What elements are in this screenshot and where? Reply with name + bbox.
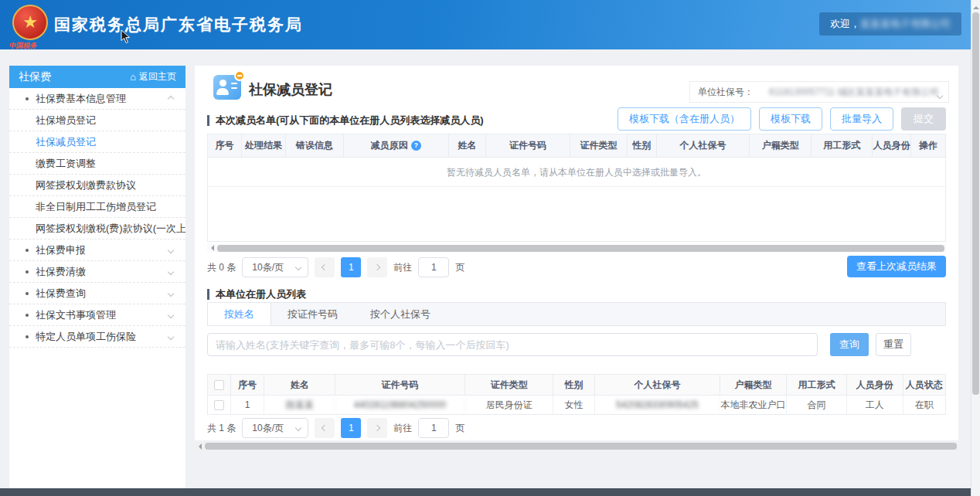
chevron-up-icon xyxy=(168,96,174,102)
page-size-select[interactable]: 10条/页 xyxy=(242,418,308,438)
select-all-checkbox[interactable] xyxy=(214,380,224,390)
sidebar-menu-item[interactable]: 缴费工资调整 xyxy=(9,153,185,175)
batch-import-button[interactable]: 批量导入 xyxy=(830,107,893,131)
footer-strip xyxy=(0,488,971,496)
sidebar-group-item[interactable]: 社保文书事项管理 xyxy=(9,304,185,326)
name-search-input[interactable] xyxy=(207,333,818,356)
sidebar-group-item[interactable]: 社保费基本信息管理 xyxy=(9,88,185,110)
sidebar-menu-item[interactable]: 社保减员登记 xyxy=(9,131,185,153)
page-vertical-scrollbar[interactable] xyxy=(971,0,980,496)
sidebar-menu-item[interactable]: 网签授权划缴税(费)款协议(一次上门) xyxy=(9,218,185,240)
page-size-select[interactable]: 10条/页 xyxy=(242,257,308,277)
column-header-label: 证件类型 xyxy=(580,140,618,151)
table-cell: 在职 xyxy=(903,396,945,414)
sidebar-header: 社保费 ⌂ 返回主页 xyxy=(9,66,185,88)
scroll-up-arrow-icon[interactable] xyxy=(973,3,979,9)
minus-badge-icon xyxy=(234,70,245,81)
column-header: 户籍类型 xyxy=(720,375,787,395)
tab-by-id-number[interactable]: 按证件号码 xyxy=(271,303,354,325)
view-last-results-button[interactable]: 查看上次减员结果 xyxy=(847,256,946,277)
sidebar-menu-item[interactable]: 网签授权划缴费款协议 xyxy=(9,175,185,196)
scrollbar-thumb[interactable] xyxy=(217,245,944,252)
template-download-with-staff-button[interactable]: 模板下载（含在册人员） xyxy=(618,107,751,131)
column-header: 错误信息 xyxy=(286,134,343,157)
sidebar-menu-item[interactable]: 非全日制用工工伤增员登记 xyxy=(9,196,185,218)
app-title: 国家税务总局广东省电子税务局 xyxy=(54,14,303,36)
column-header-label: 个人社保号 xyxy=(680,140,726,151)
back-home-link[interactable]: ⌂ 返回主页 xyxy=(130,70,176,83)
person-card-icon xyxy=(213,75,241,100)
scrollbar-thumb[interactable] xyxy=(972,12,979,395)
welcome-prefix: 欢迎， xyxy=(830,18,860,29)
page-unit-label: 页 xyxy=(455,422,464,435)
column-header: 证件类型 xyxy=(570,134,627,157)
reduction-list-table: 序号处理结果错误信息减员原因?姓名证件号码证件类型性别个人社保号户籍类型用工形式… xyxy=(207,134,946,242)
goto-page-input[interactable] xyxy=(418,257,449,277)
row-checkbox[interactable] xyxy=(214,400,224,410)
sidebar-item-label: 网签授权划缴费款协议 xyxy=(36,179,136,191)
table-cell: 本地非农业户口 xyxy=(720,396,787,414)
column-header-label: 用工形式 xyxy=(823,140,860,151)
submit-button[interactable]: 提交 xyxy=(901,107,946,131)
next-page-button[interactable] xyxy=(367,418,387,438)
page-horizontal-scrollbar[interactable] xyxy=(195,442,958,450)
column-header: 减员原因? xyxy=(344,134,449,157)
staff-table-header-row: 序号姓名证件号码证件类型性别个人社保号户籍类型用工形式人员身份人员状态 xyxy=(208,375,945,396)
table-cell: 陈某某 xyxy=(264,396,335,414)
column-header: 性别 xyxy=(553,375,594,395)
table-cell: 女性 xyxy=(553,396,594,414)
sidebar-group-item[interactable]: 社保费清缴 xyxy=(9,261,185,283)
back-home-label: 返回主页 xyxy=(139,70,176,83)
current-page-button[interactable]: 1 xyxy=(341,418,361,438)
section2-title: 本单位在册人员列表 xyxy=(207,289,306,300)
help-icon[interactable]: ? xyxy=(411,141,421,151)
column-header: 操作 xyxy=(911,134,945,157)
sidebar-item-label: 网签授权划缴税(费)款协议(一次上门) xyxy=(36,223,185,234)
bullet-icon xyxy=(26,335,29,338)
scroll-left-arrow-icon[interactable] xyxy=(196,443,202,450)
chevron-right-icon xyxy=(374,264,380,270)
bullet-icon xyxy=(26,249,29,252)
registered-staff-table: 序号姓名证件号码证件类型性别个人社保号户籍类型用工形式人员身份人员状态 1陈某某… xyxy=(207,374,946,415)
app-header: ★ 中国税务 国家税务总局广东省电子税务局 欢迎，某某某电子有限公司 xyxy=(0,0,971,49)
template-download-button[interactable]: 模板下载 xyxy=(759,107,822,131)
current-page-button[interactable]: 1 xyxy=(341,257,361,277)
column-header: 证件类型 xyxy=(465,375,553,395)
staff-table-pagination: 共 1 条10条/页1前往页 xyxy=(207,418,464,438)
table1-horizontal-scrollbar[interactable] xyxy=(207,244,946,252)
query-button[interactable]: 查询 xyxy=(830,333,869,356)
sidebar-menu-item[interactable]: 社保增员登记 xyxy=(9,110,185,131)
next-page-button[interactable] xyxy=(367,257,387,277)
tab-by-name[interactable]: 按姓名 xyxy=(208,303,271,325)
page-size-value: 10条/页 xyxy=(252,423,284,433)
welcome-user-chip[interactable]: 欢迎，某某某电子有限公司 xyxy=(819,12,961,36)
unit-ssn-value: 6118130057711 城区某某某电子有限公司 xyxy=(761,86,948,99)
prev-page-button[interactable] xyxy=(315,418,335,438)
sidebar-group-item[interactable]: 特定人员单项工伤保险 xyxy=(9,326,185,348)
sidebar-group-item[interactable]: 社保费查询 xyxy=(9,283,185,304)
select-all-cell xyxy=(208,375,231,395)
prev-page-button[interactable] xyxy=(315,257,335,277)
goto-page-input[interactable] xyxy=(418,418,449,438)
column-header-label: 处理结果 xyxy=(245,140,282,151)
table-cell: 5420828330905425 xyxy=(595,396,720,414)
column-header-label: 证件类型 xyxy=(491,379,528,390)
page: ★ 中国税务 国家税务总局广东省电子税务局 欢迎，某某某电子有限公司 社保费 ⌂… xyxy=(0,0,980,496)
main-content: 社保减员登记 单位社保号： 6118130057711 城区某某某电子有限公司 … xyxy=(195,66,958,440)
chevron-down-icon xyxy=(168,290,174,297)
table-cell: 居民身份证 xyxy=(465,396,553,414)
tab-by-personal-ssn[interactable]: 按个人社保号 xyxy=(354,303,447,325)
column-header: 序号 xyxy=(231,375,265,395)
column-header-label: 人员状态 xyxy=(906,379,943,390)
chevron-down-icon xyxy=(168,334,174,340)
scroll-left-arrow-icon[interactable] xyxy=(208,245,214,251)
unit-ssn-select[interactable]: 单位社保号： 6118130057711 城区某某某电子有限公司 xyxy=(689,81,949,103)
unit-ssn-label: 单位社保号： xyxy=(690,86,761,99)
goto-label: 前往 xyxy=(393,422,412,435)
reset-button[interactable]: 重置 xyxy=(876,333,911,356)
search-mode-tabs: 按姓名按证件号码按个人社保号 xyxy=(207,302,946,326)
column-header-label: 序号 xyxy=(238,379,257,390)
column-header-label: 户籍类型 xyxy=(762,140,799,151)
scrollbar-thumb[interactable] xyxy=(205,443,957,450)
sidebar-group-item[interactable]: 社保费申报 xyxy=(9,240,185,261)
